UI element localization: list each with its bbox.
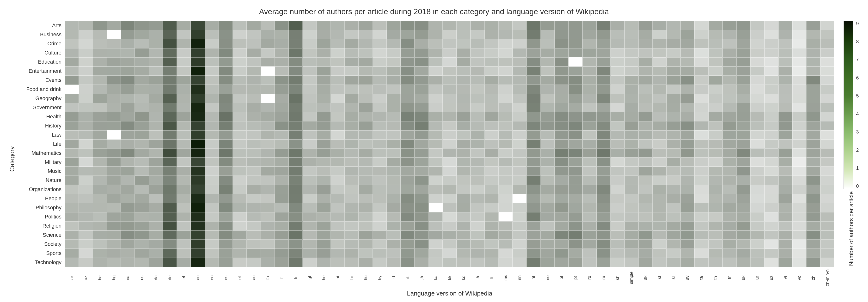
legend-bar: 9876543210: [843, 21, 859, 189]
heatmap-cell: [233, 48, 247, 57]
heatmap-cell: [93, 76, 107, 85]
col-label: en: [191, 267, 205, 289]
heatmap-cell: [653, 67, 666, 76]
heatmap-cell: [135, 185, 149, 194]
heatmap-cell: [275, 203, 289, 212]
heatmap-cell: [247, 103, 260, 112]
heatmap-cell: [401, 176, 414, 185]
heatmap-cell: [121, 176, 135, 185]
col-label: ca: [121, 267, 135, 289]
row-label: Music: [17, 167, 63, 176]
heatmap-cell: [414, 21, 429, 30]
heatmap-cell: [568, 67, 583, 76]
col-label: cs: [135, 267, 149, 289]
heatmap-cell: [359, 30, 373, 39]
heatmap-cell: [555, 103, 568, 112]
heatmap-cell: [597, 48, 611, 57]
heatmap-cell: [653, 240, 666, 249]
heatmap-cell: [709, 158, 722, 167]
heatmap-cell: [345, 112, 359, 121]
heatmap-cell: [177, 194, 191, 203]
heatmap-cell: [666, 39, 680, 48]
heatmap-cell: [149, 203, 163, 212]
heatmap-cell: [121, 103, 135, 112]
heatmap-cell: [513, 103, 526, 112]
heatmap-cell: [149, 221, 163, 231]
heatmap-cell: [555, 249, 568, 258]
heatmap-cell: [736, 39, 750, 48]
heatmap-cell: [583, 194, 596, 203]
heatmap-cell: [709, 167, 722, 176]
heatmap-cell: [499, 48, 513, 57]
heatmap-cell: [792, 85, 806, 94]
heatmap-cell: [597, 240, 611, 249]
heatmap-cell: [373, 103, 387, 112]
heatmap-cell: [750, 121, 764, 130]
heatmap-cell: [443, 258, 457, 267]
heatmap-cell: [359, 148, 373, 158]
heatmap-cell: [568, 221, 583, 231]
heatmap-cell: [694, 240, 708, 249]
heatmap-cell: [709, 103, 722, 112]
heatmap-cell: [765, 67, 778, 76]
legend-tick: 6: [855, 75, 859, 81]
heatmap-cell: [107, 94, 121, 103]
heatmap-cell: [778, 76, 792, 85]
heatmap-cell: [65, 103, 79, 112]
heatmap-cell: [107, 167, 121, 176]
heatmap-cell: [289, 121, 303, 130]
heatmap-cell: [373, 94, 387, 103]
heatmap-cell: [303, 130, 316, 139]
heatmap-cell: [401, 148, 414, 158]
heatmap-cell: [765, 240, 778, 249]
col-label: ro: [583, 267, 596, 289]
heatmap-cell: [653, 158, 666, 167]
heatmap-cell: [443, 30, 457, 39]
heatmap-cell: [429, 48, 443, 57]
heatmap-cell: [485, 112, 499, 121]
heatmap-cell: [401, 85, 414, 94]
heatmap-cell: [765, 48, 778, 57]
col-label: ta: [694, 267, 708, 289]
heatmap-cell: [163, 176, 177, 185]
heatmap-cell: [219, 48, 233, 57]
heatmap-cell: [345, 39, 359, 48]
heatmap-cell: [261, 203, 275, 212]
heatmap-cell: [121, 130, 135, 139]
heatmap-cell: [317, 85, 331, 94]
heatmap-cell: [624, 103, 639, 112]
heatmap-cell: [247, 21, 260, 30]
heatmap-cell: [373, 212, 387, 221]
heatmap-cell: [443, 21, 457, 30]
heatmap-cell: [247, 39, 260, 48]
heatmap-cell: [233, 194, 247, 203]
heatmap-cell: [317, 103, 331, 112]
heatmap-cell: [205, 240, 219, 249]
heatmap-cell: [261, 67, 275, 76]
heatmap-cell: [765, 130, 778, 139]
heatmap-cell: [163, 203, 177, 212]
legend-tick: 3: [855, 129, 859, 135]
heatmap-cell: [429, 121, 443, 130]
heatmap-cell: [205, 85, 219, 94]
heatmap-cell: [429, 158, 443, 167]
heatmap-cell: [666, 139, 680, 148]
heatmap-cell: [694, 158, 708, 167]
heatmap-cell: [331, 249, 345, 258]
heatmap-cell: [345, 148, 359, 158]
legend-tick: 9: [855, 21, 859, 26]
heatmap-cell: [792, 48, 806, 57]
heatmap-cell: [387, 94, 401, 103]
heatmap-cell: [65, 130, 79, 139]
heatmap-cell: [387, 203, 401, 212]
heatmap-cell: [470, 212, 485, 221]
heatmap-cell: [680, 67, 694, 76]
heatmap-cell: [65, 67, 79, 76]
heatmap-cell: [219, 57, 233, 67]
heatmap-cell: [709, 258, 722, 267]
heatmap-cell: [568, 48, 583, 57]
heatmap-cell: [65, 76, 79, 85]
row-label: Organizations: [17, 185, 63, 194]
heatmap-cell: [429, 67, 443, 76]
heatmap-cell: [191, 39, 205, 48]
